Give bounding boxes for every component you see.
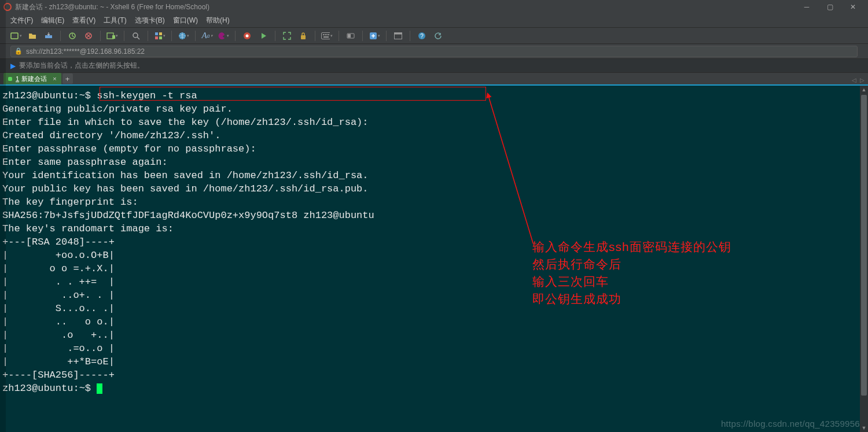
term-line: | . . ++= |: [2, 276, 115, 287]
term-line: Your public key has been saved in /home/…: [2, 183, 369, 194]
tab-index: 1: [16, 75, 19, 82]
svg-rect-15: [301, 35, 306, 39]
menu-file[interactable]: 文件(F): [10, 16, 33, 25]
scroll-down-icon[interactable]: ▼: [860, 424, 868, 432]
connected-dot-icon: [8, 77, 12, 81]
vertical-scrollbar[interactable]: ▲ ▼: [860, 86, 868, 432]
prompt-user: zh123@ubuntu: [2, 383, 73, 394]
term-line: | .. o o.|: [2, 316, 115, 327]
keyboard-icon[interactable]: ▾: [321, 30, 333, 42]
record-icon[interactable]: [241, 30, 253, 42]
tab-label: 新建会话: [21, 75, 47, 83]
term-line: | ..o+. . |: [2, 290, 115, 301]
svg-rect-16: [322, 32, 330, 39]
hint-bar: ▶ 要添加当前会话，点击左侧的箭头按钮。: [0, 59, 868, 73]
close-button[interactable]: ✕: [841, 0, 865, 14]
svg-rect-1: [11, 33, 18, 39]
lock-small-icon: 🔒: [14, 47, 23, 55]
new-session-icon[interactable]: ▾: [10, 30, 22, 42]
toolbar: ▾ ▾ ▾ ▾ Aa▾ ▾ ▾ ▾ ?: [0, 28, 868, 44]
lock-icon[interactable]: [297, 30, 309, 42]
hint-text: 要添加当前会话，点击左侧的箭头按钮。: [19, 61, 144, 71]
term-line: +----[SHA256]-----+: [2, 370, 115, 381]
open-session-icon[interactable]: [27, 30, 38, 42]
scroll-thumb[interactable]: [861, 95, 867, 396]
terminal[interactable]: zh123@ubuntu:~$ ssh-keygen -t rsa Genera…: [0, 86, 860, 432]
term-line: Enter passphrase (empty for no passphras…: [2, 143, 256, 154]
svg-point-7: [133, 33, 138, 38]
svg-rect-17: [323, 34, 324, 35]
term-line: Generating public/private rsa key pair.: [2, 104, 233, 115]
grid-icon[interactable]: ▾: [154, 30, 165, 42]
tab-prev-icon[interactable]: ◁: [852, 77, 856, 83]
svg-rect-26: [395, 32, 402, 34]
term-line: | +oo.o.O+B|: [2, 250, 115, 261]
tab-nav: ◁ ▷: [852, 77, 865, 83]
window-title: 新建会话 - zh123@ubuntu: ~ - Xshell 6 (Free …: [15, 2, 795, 12]
term-line: Enter same passphrase again:: [2, 157, 168, 168]
svg-point-14: [246, 34, 249, 37]
palette-icon[interactable]: ▾: [218, 30, 229, 42]
reconnect-icon[interactable]: [67, 30, 78, 42]
globe-icon[interactable]: ▾: [178, 30, 189, 42]
term-line: | ++*B=oE|: [2, 356, 115, 367]
svg-point-0: [4, 3, 11, 10]
term-line: The key's randomart image is:: [2, 223, 174, 234]
terminal-area: zh123@ubuntu:~$ ssh-keygen -t rsa Genera…: [0, 86, 868, 432]
transfer-icon[interactable]: [43, 30, 54, 42]
term-line: +---[RSA 2048]----+: [2, 237, 115, 248]
flag-icon: ▶: [10, 62, 16, 70]
address-input[interactable]: 🔒 ssh://zh123:******@192.168.96.185:22: [10, 46, 858, 57]
svg-rect-19: [326, 34, 328, 35]
toggle-icon[interactable]: [345, 30, 356, 42]
scroll-up-icon[interactable]: ▲: [860, 86, 868, 94]
svg-rect-6: [112, 35, 115, 39]
term-line: | o o =.+.X.|: [2, 263, 115, 274]
disconnect-icon[interactable]: [83, 30, 94, 42]
menu-tools[interactable]: 工具(T): [104, 16, 126, 25]
maximize-button[interactable]: ▢: [818, 0, 841, 14]
menu-help[interactable]: 帮助(H): [206, 16, 230, 25]
menu-tabs[interactable]: 选项卡(B): [135, 16, 165, 25]
watermark: https://blog.csdn.net/qq_42359956: [721, 419, 860, 429]
play-icon[interactable]: [258, 30, 269, 42]
add-button-icon[interactable]: ▾: [369, 30, 380, 42]
help-icon[interactable]: ?: [416, 30, 428, 42]
refresh-icon[interactable]: [432, 30, 444, 42]
svg-rect-21: [323, 36, 329, 38]
svg-text:?: ?: [420, 32, 424, 39]
tab-next-icon[interactable]: ▷: [860, 77, 865, 83]
term-line: Enter file in which to save the key (/ho…: [2, 117, 369, 128]
term-line: | S...o.. .|: [2, 303, 115, 314]
search-icon[interactable]: [130, 30, 142, 42]
prompt-user: zh123@ubuntu: [2, 90, 73, 101]
fullscreen-icon[interactable]: [281, 30, 293, 42]
term-line: | .=o..o |: [2, 343, 115, 354]
menu-view[interactable]: 查看(V): [72, 16, 95, 25]
font-icon[interactable]: Aa▾: [201, 30, 213, 42]
menu-bar: 文件(F) 编辑(E) 查看(V) 工具(T) 选项卡(B) 窗口(W) 帮助(…: [0, 14, 868, 28]
minimize-button[interactable]: ─: [795, 0, 818, 14]
window-titlebar: 新建会话 - zh123@ubuntu: ~ - Xshell 6 (Free …: [0, 0, 868, 14]
session-tab[interactable]: 1 新建会话 ×: [3, 73, 61, 84]
svg-rect-8: [155, 32, 158, 35]
tab-close-icon[interactable]: ×: [53, 75, 56, 82]
menu-edit[interactable]: 编辑(E): [41, 16, 64, 25]
term-line: The key fingerprint is:: [2, 197, 138, 208]
term-line: Created directory '/home/zh123/.ssh'.: [2, 130, 220, 141]
svg-rect-18: [325, 34, 326, 35]
svg-rect-20: [328, 34, 329, 35]
term-line: SHA256:7b+JsfsjUDdZQtfJDF1agRd4KoCVUp0z+…: [2, 210, 374, 221]
app-logo-icon: [3, 3, 12, 11]
menu-window[interactable]: 窗口(W): [173, 16, 198, 25]
window-icon[interactable]: [392, 30, 404, 42]
addtab-icon[interactable]: ▾: [106, 30, 118, 42]
cursor: [97, 383, 102, 394]
new-tab-button[interactable]: +: [62, 73, 73, 84]
address-bar: 🔒 ssh://zh123:******@192.168.96.185:22: [0, 44, 868, 59]
svg-rect-10: [155, 36, 158, 39]
term-line: | .o +..|: [2, 330, 115, 341]
tab-bar: 1 新建会话 × + ◁ ▷: [0, 73, 868, 86]
svg-rect-9: [159, 32, 162, 35]
command-text: ssh-keygen -t rsa: [91, 90, 197, 101]
